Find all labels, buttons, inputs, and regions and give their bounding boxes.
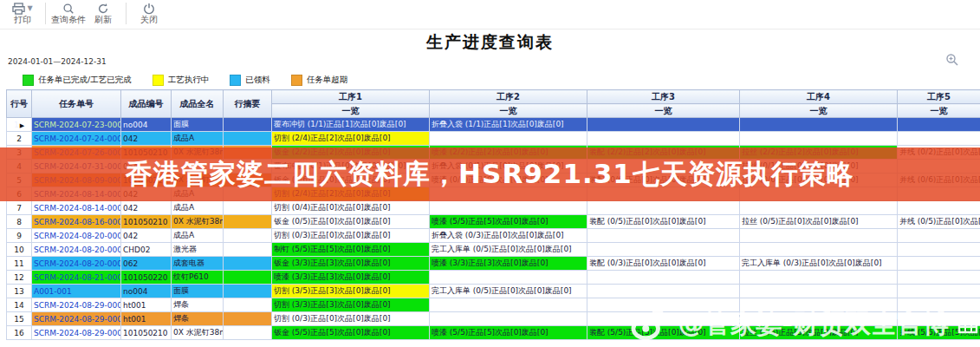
table-row[interactable]: 2SCRM-2024-07-24-00002042成品A切割 (2/4)正品[2… <box>7 132 980 146</box>
cell-process-3[interactable]: 装配 (5/5)正品[5]次品[0]废品[0] <box>587 326 740 340</box>
cell-process-5[interactable] <box>898 201 980 215</box>
cell-summary[interactable] <box>224 271 272 285</box>
cell-task[interactable]: SCRM-2024-08-20-00014 <box>32 243 121 257</box>
cell-process-3[interactable]: 装配 (0/6)正品[0]次品[0]废品[0] <box>587 174 740 187</box>
cell-process-1[interactable]: 切割 (2/4)正品[2]次品[0]废品[0] <box>272 187 430 201</box>
cell-process-5[interactable] <box>898 257 980 271</box>
cell-task[interactable]: SCRM-2024-08-14-00010 <box>32 187 121 201</box>
cell-task[interactable]: SCRM-2024-08-29-00022 <box>32 326 121 340</box>
cell-process-3[interactable] <box>587 160 740 174</box>
cell-process-3[interactable] <box>587 132 740 146</box>
cell-process-1[interactable]: 切割 (2/4)正品[2]次品[0]废品[0] <box>272 132 430 146</box>
cell-code[interactable]: 101050210 <box>121 215 172 229</box>
cell-task[interactable]: SCRM-2024-08-14-00011 <box>32 201 121 215</box>
cell-summary[interactable] <box>224 132 272 146</box>
cell-process-5[interactable] <box>898 118 980 132</box>
cell-process-2[interactable]: 喷漆 (3/3)正品[3]次品[0]废品[0] <box>430 257 587 271</box>
cell-summary[interactable] <box>224 243 272 257</box>
cell-code[interactable]: no004 <box>121 285 172 298</box>
cell-process-5[interactable]: 并线 (0/5)正品[0]次品[0]废品[0] <box>898 215 980 229</box>
cell-row-number[interactable]: 13 <box>7 285 32 298</box>
table-row[interactable]: 6SCRM-2024-08-14-00010042成品A切割 (2/4)正品[2… <box>7 187 980 201</box>
cell-row-number[interactable]: 2 <box>7 132 32 146</box>
cell-task[interactable]: SCRM-2024-08-29-00020 <box>32 298 121 312</box>
cell-process-2[interactable]: 喷漆 (5/5)正品[5]次品[0]废品[0] <box>430 326 587 340</box>
table-row[interactable]: 8SCRM-2024-08-16-000121010502100X 水泥钉38m… <box>7 215 980 229</box>
table-row[interactable]: 15SCRM-2024-08-29-00021ht001焊条切割 (0/3)正品… <box>7 312 980 326</box>
cell-summary[interactable] <box>224 257 272 271</box>
table-row[interactable]: 1▶SCRM-2024-07-23-00001no004面膜覆布冲切 (1/1)… <box>7 118 980 132</box>
cell-process-2[interactable]: 折叠入袋 (0/1)正品[0]次品[0]废品[0] <box>430 160 587 174</box>
cell-process-5[interactable]: 并线 (5/5)正品[5]次品[0]废品[0] <box>898 326 980 340</box>
cell-process-2[interactable] <box>430 201 587 215</box>
cell-code[interactable]: no004 <box>121 118 172 132</box>
table-row[interactable]: 10SCRM-2024-08-20-00014CHD02激光器制钉 (5/5)正… <box>7 243 980 257</box>
cell-process-4[interactable]: 拉丝 (0/1)正品[0]次品[0]废品[0] <box>740 160 898 174</box>
cell-summary[interactable] <box>224 201 272 215</box>
cell-process-5[interactable] <box>898 285 980 298</box>
cell-process-4[interactable]: 拉丝 (0/5)正品[0]次品[0]废品[0] <box>740 215 898 229</box>
cell-process-1[interactable]: 钣金 (2/2)正品[2]次品[0]废品[0] <box>272 146 430 160</box>
cell-code[interactable]: 062 <box>121 257 172 271</box>
table-row[interactable]: 5SCRM-2024-08-09-000091010502100X 水泥钉38m… <box>7 174 980 187</box>
cell-name[interactable]: 激光器 <box>172 243 224 257</box>
cell-process-2[interactable]: 完工入库单 (0/5)正品[0]次品[0]废品[0] <box>430 285 587 298</box>
table-row[interactable]: 3SCRM-2024-07-26-000031010502100X 水泥钉38m… <box>7 146 980 160</box>
cell-process-3[interactable]: 装配 (0/5)正品[0]次品[0]废品[0] <box>587 215 740 229</box>
cell-process-3[interactable] <box>587 118 740 132</box>
cell-process-2[interactable] <box>430 271 587 285</box>
cell-name[interactable]: 0X 水泥钉38mm(2000 <box>172 215 224 229</box>
cell-name[interactable]: 0X 水泥钉38mm(2000 <box>172 146 224 160</box>
cell-summary[interactable] <box>224 160 272 174</box>
cell-name[interactable]: 成品A <box>172 132 224 146</box>
cell-code[interactable]: 054 <box>121 160 172 174</box>
cell-process-2[interactable]: 折叠入袋 (0/3)正品[0]次品[0]废品[0] <box>430 229 587 243</box>
cell-row-number[interactable]: 1▶ <box>7 118 32 132</box>
cell-code[interactable]: 042 <box>121 229 172 243</box>
table-row[interactable]: 16SCRM-2024-08-29-000221010502100X 水泥钉38… <box>7 326 980 340</box>
cell-process-1[interactable]: 喷漆 (3/3)正品[3]次品[0]废品[0] <box>272 271 430 285</box>
cell-process-5[interactable]: 并线 (0/6)正品[0]次品[0]废品[0] <box>898 174 980 187</box>
refresh-button[interactable]: 刷新 <box>86 2 120 24</box>
print-button[interactable]: ▼ 打印 <box>5 2 40 24</box>
cell-task[interactable]: SCRM-2024-08-29-00021 <box>32 312 121 326</box>
cell-process-3[interactable] <box>587 229 740 243</box>
cell-process-2[interactable]: 折叠入袋 (1/1)正品[1]次品[0]废品[0] <box>430 118 587 132</box>
cell-task[interactable]: SCRM-2024-08-16-00012 <box>32 215 121 229</box>
cell-process-4[interactable] <box>740 298 898 312</box>
cell-code[interactable]: CHD02 <box>121 243 172 257</box>
cell-row-number[interactable]: 9 <box>7 229 32 243</box>
cell-process-3[interactable] <box>587 271 740 285</box>
cell-process-3[interactable] <box>587 285 740 298</box>
cell-summary[interactable] <box>224 187 272 201</box>
cell-process-1[interactable]: 钣金 (0/6)正品[0]次品[0]废品[0] <box>272 174 430 187</box>
cell-summary[interactable] <box>224 229 272 243</box>
cell-task[interactable]: SCRM-2024-08-09-00009 <box>32 174 121 187</box>
cell-name[interactable]: 0X 水泥钉38mm(2000 <box>172 326 224 340</box>
cell-process-5[interactable] <box>898 271 980 285</box>
cell-name[interactable]: 面膜 <box>172 118 224 132</box>
cell-name[interactable]: 焊条 <box>172 298 224 312</box>
cell-summary[interactable] <box>224 215 272 229</box>
cell-row-number[interactable]: 3 <box>7 146 32 160</box>
table-row[interactable]: 11SCRM-2024-08-20-00016062成套电器钣金 (3/3)正品… <box>7 257 980 271</box>
close-button[interactable]: 关闭 <box>132 2 166 24</box>
cell-name[interactable]: 纹钉P610 <box>172 271 224 285</box>
cell-process-3[interactable] <box>587 298 740 312</box>
cell-process-2[interactable]: 喷漆 (2/2)正品[2]次品[0]废品[0] <box>430 146 587 160</box>
cell-row-number[interactable]: 5 <box>7 174 32 187</box>
cell-process-4[interactable] <box>740 243 898 257</box>
cell-process-4[interactable]: 拉丝 (0/6)正品[0]次品[0]废品[0] <box>740 174 898 187</box>
table-row[interactable]: 7SCRM-2024-08-14-00011042成品A切割 (0/4)正品[0… <box>7 201 980 215</box>
cell-task[interactable]: SCRM-2024-07-24-00002 <box>32 132 121 146</box>
cell-code[interactable]: 101050210 <box>121 174 172 187</box>
cell-process-2[interactable] <box>430 187 587 201</box>
cell-summary[interactable] <box>224 146 272 160</box>
cell-task[interactable]: SCRM-2024-08-21-00017 <box>32 271 121 285</box>
cell-code[interactable]: 042 <box>121 132 172 146</box>
cell-process-4[interactable] <box>740 132 898 146</box>
cell-process-1[interactable]: 钣金 (0/5)正品[0]次品[0]废品[0] <box>272 215 430 229</box>
table-row[interactable]: 14SCRM-2024-08-29-00020ht001焊条切割 (3/3)正品… <box>7 298 980 312</box>
cell-process-3[interactable]: 装配 (2/2)正品[2]次品[0]废品[0] <box>587 146 740 160</box>
cell-task[interactable]: SCRM-2024-07-31-00004 <box>32 160 121 174</box>
